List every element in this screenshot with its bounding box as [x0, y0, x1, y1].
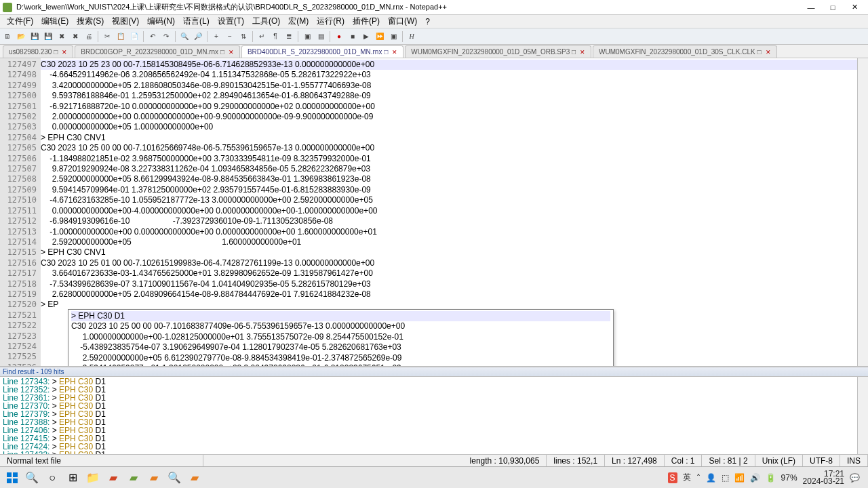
menu-item[interactable]: 宏(M)	[284, 14, 313, 28]
status-eol: Unix (LF)	[755, 455, 803, 466]
file-tab[interactable]: WUM0MGXFIN_20232980000_01D_30S_CLK.CLK □…	[593, 45, 777, 58]
tab-close-icon[interactable]: ✕	[766, 49, 771, 56]
menu-item[interactable]: 运行(R)	[313, 14, 349, 28]
svg-rect-1	[13, 472, 18, 477]
show-all-chars-icon[interactable]: ¶	[269, 30, 281, 43]
autocomplete-popup[interactable]: > EPH C30 D1C30 2023 10 25 00 00 00-7.10…	[68, 309, 614, 366]
system-clock[interactable]: 17:21 2024-03-21	[803, 470, 844, 485]
statusbar: Normal text file length : 10,930,065 lin…	[0, 454, 868, 466]
indent-guide-icon[interactable]: ≣	[283, 30, 295, 43]
cortana-icon[interactable]: ○	[42, 468, 62, 487]
save-macro-icon[interactable]: ▣	[387, 30, 399, 43]
new-file-icon[interactable]: 🗎	[1, 30, 14, 43]
play-macro-icon[interactable]: ▶	[360, 30, 372, 43]
find-result-line[interactable]: Line 127352: > EPH C30 D1	[3, 386, 854, 394]
tab-close-icon[interactable]: ✕	[62, 49, 67, 56]
find-result-line[interactable]: Line 127424: > EPH C30 D1	[3, 443, 854, 451]
find-result-line[interactable]: Line 127415: > EPH C30 D1	[3, 434, 854, 443]
unfold-icon[interactable]: ▤	[315, 30, 327, 43]
stop-macro-icon[interactable]: ■	[347, 30, 359, 43]
app-icon-1[interactable]: ▰	[144, 468, 164, 487]
tab-close-icon[interactable]: ✕	[392, 49, 397, 56]
find-results-scrollbar[interactable]	[857, 377, 868, 460]
menu-item[interactable]: 语言(L)	[179, 14, 214, 28]
menu-item[interactable]: ?	[421, 16, 434, 28]
menu-item[interactable]: 窗口(W)	[384, 14, 421, 28]
menu-item[interactable]: 插件(P)	[349, 14, 384, 28]
menu-item[interactable]: 视图(V)	[108, 14, 143, 28]
copy-icon[interactable]: 📋	[115, 30, 127, 43]
redo-icon[interactable]: ↷	[160, 30, 172, 43]
tray-up-icon[interactable]: ˄	[696, 473, 701, 483]
menu-item[interactable]: 编码(N)	[143, 14, 179, 28]
app-icon-2[interactable]: ▰	[184, 468, 205, 487]
minimize-button[interactable]: —	[800, 1, 822, 14]
notifications-icon[interactable]: 💬	[850, 473, 860, 483]
find-icon[interactable]: 🔍	[178, 30, 191, 43]
file-explorer-icon[interactable]: 📁	[83, 468, 103, 487]
menu-item[interactable]: 文件(F)	[3, 14, 37, 28]
file-tab[interactable]: BRD400DLR_S_20232980000_01D_MN.rnx □✕	[241, 45, 403, 58]
status-insert-mode: INS	[840, 455, 868, 466]
file-tab[interactable]: us082980.230 □✕	[3, 45, 73, 58]
tab-close-icon[interactable]: ✕	[229, 49, 234, 56]
search-icon[interactable]: 🔍	[22, 468, 42, 487]
save-all-icon[interactable]: 💾	[42, 30, 54, 43]
status-encoding: UTF-8	[803, 455, 840, 466]
status-mode: Normal text file	[0, 455, 203, 466]
print-icon[interactable]: 🖨	[83, 30, 95, 43]
wrap-icon[interactable]: ↵	[256, 30, 268, 43]
find-result-line[interactable]: Line 127406: > EPH C30 D1	[3, 426, 854, 434]
titlebar: D:\work_lewen\Work_NUIST\2024上课\上课研究生\不同…	[0, 0, 868, 15]
tabbar: us082980.230 □✕BRDC00GOP_R_20232980000_0…	[0, 45, 868, 58]
cut-icon[interactable]: ✂	[101, 30, 113, 43]
menu-item[interactable]: 搜索(S)	[73, 14, 108, 28]
tray-net-icon[interactable]: ⬚	[722, 473, 729, 483]
zoom-in-icon[interactable]: +	[210, 30, 222, 43]
sync-scroll-icon[interactable]: ⇅	[237, 30, 250, 43]
zoom-out-icon[interactable]: −	[224, 30, 236, 43]
tab-close-icon[interactable]: ✕	[580, 49, 585, 56]
battery-icon[interactable]: 🔋	[766, 473, 776, 483]
task-view-icon[interactable]: ⊞	[62, 468, 83, 487]
everything-icon[interactable]: 🔍	[164, 468, 184, 487]
vertical-scrollbar[interactable]	[857, 58, 868, 366]
open-file-icon[interactable]: 📂	[15, 30, 27, 43]
find-result-line[interactable]: Line 127379: > EPH C30 D1	[3, 410, 854, 418]
find-result-line[interactable]: Line 127388: > EPH C30 D1	[3, 418, 854, 426]
find-results-header: Find result - 109 hits	[0, 367, 868, 377]
menubar: 文件(F)编辑(E)搜索(S)视图(V)编码(N)语言(L)设置(T)工具(O)…	[0, 15, 868, 28]
find-result-line[interactable]: Line 127370: > EPH C30 D1	[3, 402, 854, 410]
close-all-icon[interactable]: ✖	[69, 30, 81, 43]
find-result-line[interactable]: Line 127361: > EPH C30 D1	[3, 394, 854, 402]
wifi-icon[interactable]: 📶	[734, 473, 745, 483]
powerpoint-icon[interactable]: ▰	[103, 468, 123, 487]
find-result-line[interactable]: Line 127343: > EPH C30 D1	[3, 378, 854, 386]
fold-icon[interactable]: ▣	[301, 30, 313, 43]
menu-item[interactable]: 工具(O)	[248, 14, 284, 28]
window-title: D:\work_lewen\Work_NUIST\2024上课\上课研究生\不同…	[16, 2, 800, 12]
file-tab[interactable]: BRDC00GOP_R_20232980000_01D_MN.rnx □✕	[75, 45, 240, 58]
close-button[interactable]: ✕	[844, 1, 865, 14]
replace-icon[interactable]: 🔎	[192, 30, 204, 43]
start-button[interactable]	[3, 470, 22, 486]
save-icon[interactable]: 💾	[28, 30, 41, 43]
menu-item[interactable]: 编辑(E)	[37, 14, 73, 28]
volume-icon[interactable]: 🔊	[750, 473, 760, 483]
windows-taskbar: 🔍 ○ ⊞ 📁 ▰ ▰ ▰ 🔍 ▰ S 英 ˄ 👤 ⬚ 📶 🔊 🔋 97% 17…	[0, 466, 868, 488]
menu-item[interactable]: 设置(T)	[214, 14, 248, 28]
close-file-icon[interactable]: ✖	[56, 30, 68, 43]
people-icon[interactable]: 👤	[706, 473, 716, 483]
paste-icon[interactable]: 📄	[128, 30, 140, 43]
undo-icon[interactable]: ↶	[146, 30, 159, 43]
file-tab[interactable]: WUM0MGXFIN_20232980000_01D_05M_ORB.SP3 □…	[405, 45, 591, 58]
fast-macro-icon[interactable]: ⏩	[374, 30, 386, 43]
record-macro-icon[interactable]: ●	[333, 30, 345, 43]
find-results-list[interactable]: Line 127343: > EPH C30 D1 Line 127352: >…	[0, 377, 857, 460]
ime-icon[interactable]: S	[668, 472, 677, 483]
ime-mode[interactable]: 英	[683, 472, 691, 483]
notepadpp-icon[interactable]: ▰	[123, 468, 144, 487]
highlight-icon[interactable]: H	[406, 30, 418, 43]
maximize-button[interactable]: □	[822, 1, 844, 14]
status-selection: Sel : 81 | 2	[702, 455, 755, 466]
